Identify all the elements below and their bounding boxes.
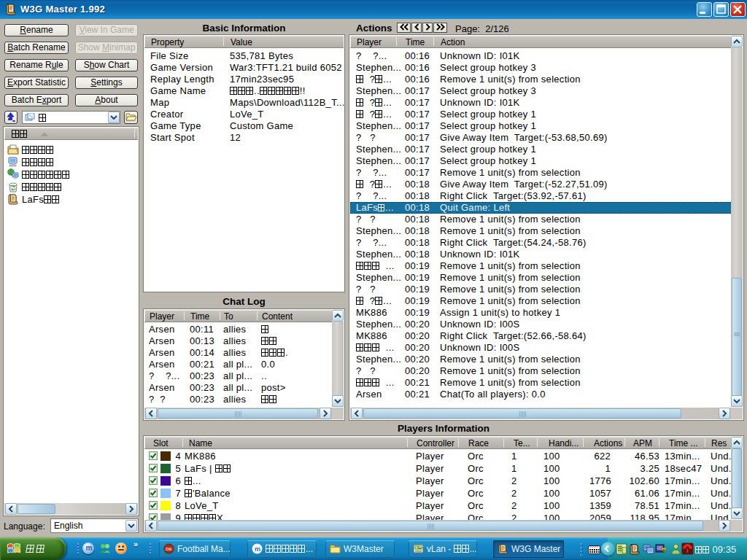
svg-text:DB: DB (166, 547, 172, 551)
svg-text:m: m (255, 545, 260, 553)
